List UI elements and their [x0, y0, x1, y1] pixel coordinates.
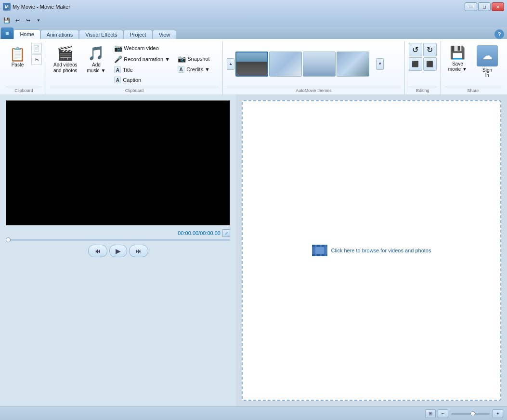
- add-videos-button[interactable]: 🎬 Add videosand photos: [50, 43, 81, 76]
- scrubber-track[interactable]: [6, 239, 230, 241]
- storyboard-placeholder: Click here to browse for videos and phot…: [312, 245, 431, 256]
- snapshot-label: Snapshot: [187, 56, 209, 62]
- qa-save-button[interactable]: 💾: [2, 15, 12, 25]
- snapshot-button[interactable]: 📷 Snapshot: [175, 53, 219, 64]
- play-button[interactable]: ▶: [109, 245, 127, 257]
- theme-item-4[interactable]: [337, 52, 369, 77]
- ribbon: ≡ Home Animations Visual Effects Project…: [0, 27, 507, 94]
- paste-label: Paste: [12, 62, 24, 68]
- tab-project[interactable]: Project: [123, 30, 152, 39]
- save-movie-label: Savemovie ▼: [448, 61, 467, 72]
- split-button[interactable]: ⬛: [423, 57, 437, 71]
- quick-access-row: 💾 ↩ ↪ ▼: [0, 13, 507, 27]
- add-group: 🎬 Add videosand photos 🎵 Addmusic ▼ 📷 We…: [46, 41, 223, 94]
- preview-panel: 00:00.00/00:00.00 ⤢ ⏮ ▶ ⏭: [0, 94, 236, 407]
- tab-view[interactable]: View: [153, 30, 177, 39]
- add-music-button[interactable]: 🎵 Addmusic ▼: [84, 43, 109, 76]
- title-icon: A: [114, 66, 121, 73]
- webcam-video-button[interactable]: 📷 Webcam video: [112, 43, 172, 53]
- preview-scrubber[interactable]: [6, 239, 230, 241]
- save-movie-button[interactable]: 💾 Savemovie ▼: [445, 43, 470, 74]
- paste-icon: 📋: [9, 48, 26, 61]
- title-row: M My Movie - Movie Maker ─ □ ✕: [0, 0, 507, 13]
- theme-item-3[interactable]: [303, 52, 336, 77]
- storyboard-placeholder-text: Click here to browse for videos and phot…: [331, 248, 431, 253]
- share-content: 💾 Savemovie ▼ ☁ Signin: [445, 41, 501, 87]
- editing-buttons-row2: ⬛ ⬛: [409, 57, 437, 71]
- share-group: 💾 Savemovie ▼ ☁ Signin Share: [441, 41, 505, 94]
- sign-in-button[interactable]: ☁ Signin: [473, 43, 501, 80]
- clipboard-group: 📋 Paste 📄 ✂ Clipboard: [2, 41, 46, 94]
- share-label: Share: [445, 87, 501, 94]
- qa-undo-button[interactable]: ↩: [13, 15, 22, 25]
- trim-button[interactable]: ⬛: [409, 57, 422, 71]
- fast-forward-button[interactable]: ⏭: [129, 245, 148, 257]
- cut-button[interactable]: ✂: [31, 54, 42, 65]
- qa-redo-button[interactable]: ↪: [23, 15, 33, 25]
- app-icon: M: [3, 3, 11, 11]
- tab-animations[interactable]: Animations: [40, 30, 79, 39]
- add-music-label: Addmusic ▼: [87, 62, 106, 74]
- clipboard-content: 📋 Paste 📄 ✂: [6, 41, 42, 87]
- theme-item-2[interactable]: [269, 52, 302, 77]
- zoom-out-button[interactable]: −: [438, 409, 448, 418]
- theme-item-1[interactable]: [235, 52, 268, 77]
- title-button[interactable]: A Title: [112, 65, 172, 75]
- status-bar: ⊞ − +: [0, 407, 507, 420]
- rotate-ccw-button[interactable]: ↺: [409, 43, 422, 56]
- zoom-in-button[interactable]: +: [493, 409, 503, 418]
- rewind-button[interactable]: ⏮: [88, 245, 107, 257]
- minimize-button[interactable]: ─: [465, 2, 477, 11]
- editing-group: ↺ ↻ ⬛ ⬛ Editing: [405, 41, 441, 94]
- rotate-cw-button[interactable]: ↻: [423, 43, 437, 56]
- window-title: My Movie - Movie Maker: [13, 4, 70, 10]
- themes-scroll-down-button[interactable]: ▼: [376, 58, 384, 70]
- preview-controls: ⏮ ▶ ⏭: [6, 245, 230, 257]
- title-label: Title: [123, 67, 132, 73]
- main-area: 00:00.00/00:00.00 ⤢ ⏮ ▶ ⏭ Click here to: [0, 94, 507, 407]
- preview-time: 00:00.00/00:00.00 ⤢: [6, 229, 230, 237]
- expand-button[interactable]: ⤢: [222, 229, 230, 237]
- save-movie-icon: 💾: [450, 45, 465, 60]
- add-videos-label: Add videosand photos: [53, 62, 78, 74]
- title-bar: M My Movie - Movie Maker ─ □ ✕ 💾 ↩ ↪ ▼: [0, 0, 507, 27]
- webcam-label: Webcam video: [124, 45, 159, 51]
- view-toggle-button[interactable]: ⊞: [425, 409, 436, 418]
- snapshot-icon: 📷: [178, 55, 185, 63]
- caption-button[interactable]: A Caption: [112, 75, 172, 85]
- themes-scroll-up-button[interactable]: ▲: [227, 58, 234, 70]
- automovie-content: ▲ ▼: [227, 41, 400, 87]
- maximize-button[interactable]: □: [478, 2, 491, 11]
- credits-button[interactable]: A Credits ▼: [175, 65, 219, 74]
- time-display: 00:00.00/00:00.00: [178, 230, 221, 236]
- sign-in-label: Signin: [482, 67, 492, 78]
- add-music-icon: 🎵: [88, 45, 104, 61]
- record-narration-label: Record narration ▼: [124, 56, 170, 62]
- cloud-icon: ☁: [477, 45, 498, 66]
- close-button[interactable]: ✕: [492, 2, 504, 11]
- record-narration-button[interactable]: 🎤 Record narration ▼: [112, 54, 172, 65]
- preview-timeline-area: 00:00.00/00:00.00 ⤢ ⏮ ▶ ⏭: [6, 229, 230, 257]
- help-button[interactable]: ?: [494, 29, 504, 39]
- automovie-label: AutoMovie themes: [227, 87, 400, 94]
- add-small-buttons: 📷 Webcam video 🎤 Record narration ▼ A Ti…: [112, 43, 172, 85]
- app-menu-button[interactable]: ≡: [1, 27, 13, 39]
- add-group-label: Clipboard: [50, 87, 219, 94]
- zoom-handle[interactable]: [470, 411, 475, 416]
- qa-dropdown-button[interactable]: ▼: [34, 15, 43, 25]
- add-content: 🎬 Add videosand photos 🎵 Addmusic ▼ 📷 We…: [50, 41, 219, 87]
- paste-button[interactable]: 📋 Paste: [6, 43, 29, 73]
- editing-buttons-row1: ↺ ↻: [409, 43, 437, 56]
- webcam-icon: 📷: [114, 44, 122, 52]
- storyboard-area[interactable]: Click here to browse for videos and phot…: [242, 100, 501, 401]
- caption-icon: A: [114, 77, 121, 83]
- automovie-group: ▲ ▼ AutoMovie themes: [223, 41, 404, 94]
- tab-home[interactable]: Home: [13, 29, 40, 39]
- zoom-slider[interactable]: [451, 413, 490, 415]
- copy-button[interactable]: 📄: [31, 43, 42, 53]
- scrubber-handle[interactable]: [6, 237, 11, 242]
- tab-visual-effects[interactable]: Visual Effects: [79, 30, 123, 39]
- film-icon-center: [315, 247, 324, 254]
- film-icon: [312, 245, 327, 256]
- preview-screen: [6, 100, 230, 225]
